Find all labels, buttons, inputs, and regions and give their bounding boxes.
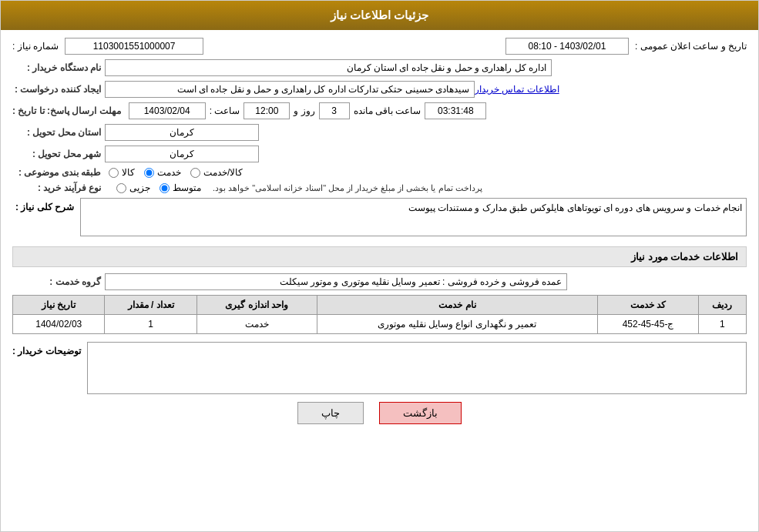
col-row-num: ردیف (698, 296, 746, 315)
need-desc-label: شرح کلی نیاز : (12, 198, 74, 212)
page-wrapper: جزئیات اطلاعات نیاز تاریخ و ساعت اعلان ع… (0, 0, 759, 532)
col-unit: واحد اندازه گیری (196, 296, 317, 315)
deadline-days-value: 3 (319, 102, 350, 119)
category-row: کالا/خدمت خدمت کالا طبقه بندی موضوعی : (12, 167, 747, 178)
deadline-time-value: 12:00 (243, 102, 290, 119)
province-value: کرمان (105, 124, 259, 141)
col-service-code: کد خدمت (598, 296, 699, 315)
buttons-row: بازگشت چاپ (12, 402, 747, 424)
category-label: طبقه بندی موضوعی : (12, 167, 105, 178)
service-group-row: عمده فروشی و خرده فروشی : تعمیر وسایل نق… (12, 273, 747, 290)
purchase-type-row: پرداخت تمام یا بخشی از مبلغ خریدار از مح… (12, 182, 747, 193)
back-button[interactable]: بازگشت (379, 402, 462, 424)
cell-qty: 1 (105, 315, 196, 334)
main-content: تاریخ و ساعت اعلان عمومی : 1403/02/01 - … (1, 30, 758, 432)
cell-unit: خدمت (196, 315, 317, 334)
category-kala-khedmat: کالا/خدمت (190, 167, 243, 178)
services-section-title: اطلاعات خدمات مورد نیاز (12, 246, 747, 267)
purchase-type-جزیی-label: جزیی (129, 182, 150, 193)
buyer-org-label: نام دستگاه خریدار : (12, 62, 105, 73)
creator-value: سیدهادی حسینی حتکی تدارکات اداره کل راهد… (105, 81, 475, 98)
cell-date: 1404/02/03 (13, 315, 105, 334)
table-head: ردیف کد خدمت نام خدمت واحد اندازه گیری ت… (13, 296, 747, 315)
category-kala-khedmat-label: کالا/خدمت (203, 167, 243, 178)
contact-link[interactable]: اطلاعات تماس خریدار (475, 84, 559, 95)
need-desc-textarea[interactable]: انجام خدمات و سرویس های دوره ای تویوتاها… (80, 198, 747, 236)
need-number-group: 1103001551000007 شماره نیاز : (12, 38, 203, 55)
category-kala-radio[interactable] (109, 168, 119, 178)
purchase-type-متوسط-label: متوسط (173, 182, 201, 193)
col-qty: تعداد / مقدار (105, 296, 196, 315)
buyer-desc-section: توضیحات خریدار : (12, 342, 747, 394)
category-kala-label: کالا (122, 167, 135, 178)
category-kala-khedmat-radio[interactable] (190, 168, 200, 178)
category-khedmat: خدمت (144, 167, 181, 178)
page-header: جزئیات اطلاعات نیاز (1, 1, 758, 30)
purchase-type-جزیی-radio[interactable] (116, 183, 126, 193)
table-header-row: ردیف کد خدمت نام خدمت واحد اندازه گیری ت… (13, 296, 747, 315)
purchase-type-جزیی: جزیی (116, 182, 150, 193)
purchase-type-متوسط-radio[interactable] (160, 183, 170, 193)
deadline-remaining-label: ساعت باقی مانده (354, 105, 421, 116)
deadline-time-label: ساعت : (210, 105, 240, 116)
deadline-row: 03:31:48 ساعت باقی مانده 3 روز و 12:00 س… (12, 102, 747, 119)
buyer-org-row: اداره کل راهداری و حمل و نقل جاده ای است… (12, 59, 747, 76)
cell-row-num: 1 (698, 315, 746, 334)
cell-service-code: ج-45-45-452 (598, 315, 699, 334)
purchase-type-label: نوع فرآیند خرید : (12, 182, 105, 193)
province-row: کرمان استان محل تحویل : (12, 124, 747, 141)
service-group-value: عمده فروشی و خرده فروشی : تعمیر وسایل نق… (105, 273, 567, 290)
announce-date-group: تاریخ و ساعت اعلان عمومی : 1403/02/01 - … (505, 38, 747, 55)
top-info-row: تاریخ و ساعت اعلان عمومی : 1403/02/01 - … (12, 38, 747, 55)
col-date: تاریخ نیاز (13, 296, 105, 315)
cell-service-name: تعمیر و نگهداری انواع وسایل نقلیه موتوری (317, 315, 598, 334)
need-number-value: 1103001551000007 (65, 38, 203, 55)
deadline-days-label: روز و (294, 105, 314, 116)
creator-row: اطلاعات تماس خریدار سیدهادی حسینی حتکی ت… (12, 81, 747, 98)
purchase-note: پرداخت تمام یا بخشی از مبلغ خریدار از مح… (213, 183, 482, 193)
col-service-name: نام خدمت (317, 296, 598, 315)
page-title: جزئیات اطلاعات نیاز (331, 8, 428, 22)
announce-date-label: تاریخ و ساعت اعلان عمومی : (635, 41, 747, 52)
province-label: استان محل تحویل : (12, 127, 105, 138)
city-value: کرمان (105, 146, 259, 162)
category-khedmat-radio[interactable] (144, 168, 154, 178)
creator-label: ایجاد کننده درخواست : (12, 84, 105, 95)
category-khedmat-label: خدمت (157, 167, 181, 178)
purchase-type-متوسط: متوسط (160, 182, 201, 193)
buyer-org-value: اداره کل راهداری و حمل و نقل جاده ای است… (105, 59, 552, 76)
city-row: کرمان شهر محل تحویل : (12, 146, 747, 162)
service-group-label: گروه خدمت : (12, 276, 105, 287)
table-row: 1 ج-45-45-452 تعمیر و نگهداری انواع وسای… (13, 315, 747, 334)
deadline-date-value: 1403/02/04 (129, 102, 206, 119)
buyer-desc-label: توضیحات خریدار : (12, 342, 81, 356)
purchase-type-options: متوسط جزیی (116, 182, 201, 193)
need-number-label: شماره نیاز : (12, 41, 59, 52)
category-options: کالا/خدمت خدمت کالا (109, 167, 243, 178)
city-label: شهر محل تحویل : (12, 149, 105, 159)
deadline-remaining-value: 03:31:48 (425, 102, 486, 119)
table-body: 1 ج-45-45-452 تعمیر و نگهداری انواع وسای… (13, 315, 747, 334)
deadline-label: مهلت ارسال پاسخ: تا تاریخ : (12, 105, 125, 116)
need-desc-container: انجام خدمات و سرویس های دوره ای تویوتاها… (12, 198, 747, 239)
category-kala: کالا (109, 167, 135, 178)
services-table-section: ردیف کد خدمت نام خدمت واحد اندازه گیری ت… (12, 295, 747, 334)
buyer-desc-textarea[interactable] (88, 343, 746, 391)
services-table: ردیف کد خدمت نام خدمت واحد اندازه گیری ت… (12, 295, 747, 334)
buyer-desc-box (87, 342, 747, 394)
announce-date-value: 1403/02/01 - 08:10 (505, 38, 629, 55)
print-button[interactable]: چاپ (297, 402, 364, 424)
